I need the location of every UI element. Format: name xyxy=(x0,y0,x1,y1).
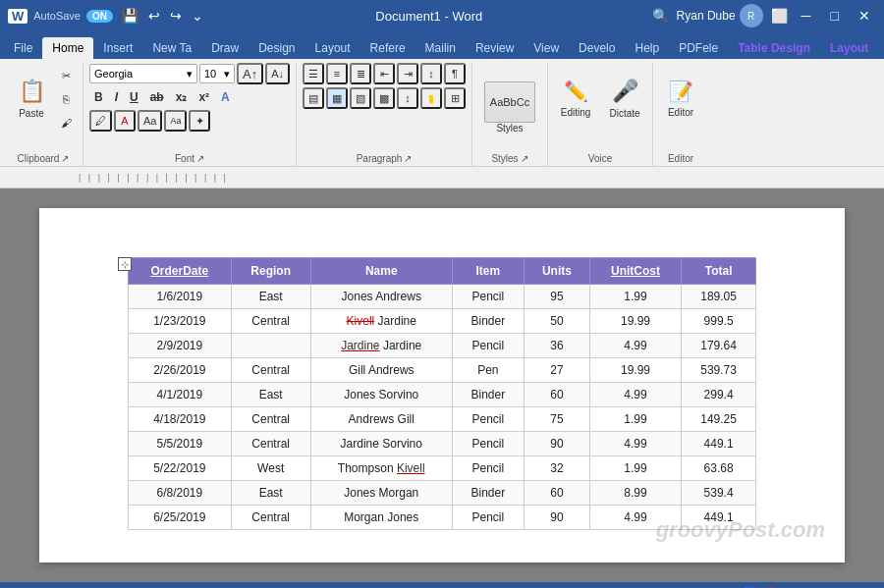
styles-button[interactable]: AaBbCc Styles xyxy=(478,72,541,142)
cell-orderdate: 2/26/2019 xyxy=(129,358,232,383)
maximize-button[interactable]: □ xyxy=(825,8,845,24)
document-area: ⊹ OrderDate Region Name Item Units UnitC… xyxy=(0,188,884,582)
clipboard-content: 📋 Paste ✂ ⎘ 🖌 xyxy=(10,63,77,151)
copy-button[interactable]: ⎘ xyxy=(55,88,77,110)
save-icon[interactable]: 💾 xyxy=(119,8,141,24)
increase-font-button[interactable]: A↑ xyxy=(237,63,263,84)
tab-table-design[interactable]: Table Design xyxy=(728,37,820,59)
tab-new[interactable]: New Ta xyxy=(142,37,201,59)
ruler: | | | | | | | | | | | | | | | | xyxy=(0,167,884,188)
cell-item: Pencil xyxy=(452,334,524,358)
subscript-button[interactable]: x₂ xyxy=(171,87,193,107)
tab-view[interactable]: View xyxy=(524,37,569,59)
user-profile[interactable]: Ryan Dube R xyxy=(677,4,763,27)
cell-item: Pencil xyxy=(452,407,524,432)
quick-access-toolbar: 💾 ↩ ↪ ⌄ xyxy=(119,8,206,24)
show-formatting-button[interactable]: ¶ xyxy=(444,63,466,84)
dictate-button[interactable]: 🎤 Dictate xyxy=(603,63,646,134)
font-size-a1[interactable]: Aa xyxy=(138,110,162,132)
clipboard-col: ✂ ⎘ 🖌 xyxy=(55,63,77,134)
ribbon-tabs: File Home Insert New Ta Draw Design Layo… xyxy=(0,31,884,59)
tab-design[interactable]: Design xyxy=(249,37,304,59)
superscript-button[interactable]: x² xyxy=(193,87,214,107)
cell-region: East xyxy=(231,285,310,309)
font-family-select[interactable]: Georgia ▾ xyxy=(89,64,197,83)
undo-icon[interactable]: ↩ xyxy=(145,8,163,24)
tab-help[interactable]: Help xyxy=(625,37,669,59)
tab-pdfele[interactable]: PDFele xyxy=(669,37,728,59)
clear-formatting-button[interactable]: ✦ xyxy=(189,110,210,132)
cut-button[interactable]: ✂ xyxy=(55,65,77,86)
decrease-indent-button[interactable]: ⇤ xyxy=(373,63,395,84)
border-button[interactable]: ⊞ xyxy=(444,87,466,109)
editing-button[interactable]: ✏️ Editing xyxy=(554,63,597,134)
search-icon[interactable]: 🔍 xyxy=(652,8,669,24)
shading-button[interactable]: ▮ xyxy=(420,87,442,109)
italic-button[interactable]: I xyxy=(110,87,123,107)
font-row-3: 🖊 A Aa Aa ✦ xyxy=(89,110,210,132)
ribbon-display-icon[interactable]: ⬜ xyxy=(771,8,788,24)
clipboard-label: Clipboard ↗ xyxy=(10,151,77,166)
minimize-button[interactable]: ─ xyxy=(796,8,817,24)
cell-region: East xyxy=(231,383,310,407)
tab-insert[interactable]: Insert xyxy=(93,37,142,59)
justify-button[interactable]: ▩ xyxy=(373,87,395,109)
styles-expand-icon[interactable]: ↗ xyxy=(521,153,528,164)
customize-icon[interactable]: ⌄ xyxy=(189,8,206,24)
decrease-font-button[interactable]: A↓ xyxy=(265,63,290,84)
paste-button[interactable]: 📋 Paste xyxy=(10,63,53,134)
tab-review[interactable]: Review xyxy=(466,37,524,59)
bullets-button[interactable]: ☰ xyxy=(303,63,324,84)
bold-button[interactable]: B xyxy=(89,87,108,107)
cell-units: 90 xyxy=(524,506,589,530)
autosave-toggle[interactable]: ON xyxy=(86,10,113,23)
sort-button[interactable]: ↕ xyxy=(420,63,442,84)
align-left-button[interactable]: ▤ xyxy=(303,87,324,109)
highlight-button[interactable]: 🖊 xyxy=(89,110,112,132)
table-row: 5/5/2019 Central Jardine Sorvino Pencil … xyxy=(129,432,756,456)
format-painter-button[interactable]: 🖌 xyxy=(55,112,77,134)
editor-button[interactable]: 📝 Editor xyxy=(659,63,702,134)
strikethrough-button[interactable]: ab xyxy=(145,87,169,107)
align-right-button[interactable]: ▧ xyxy=(350,87,371,109)
strikethrough-text: Kivell xyxy=(347,314,375,328)
multilevel-button[interactable]: ≣ xyxy=(350,63,371,84)
cell-orderdate: 2/9/2019 xyxy=(129,334,232,358)
tab-layout[interactable]: Layout xyxy=(305,37,360,59)
underline-text-2: Kivell xyxy=(397,461,425,475)
tab-home[interactable]: Home xyxy=(42,37,93,59)
align-center-button[interactable]: ▦ xyxy=(326,87,348,109)
font-size-select[interactable]: 10 ▾ xyxy=(199,64,235,83)
font-size-a2[interactable]: Aa xyxy=(164,110,187,132)
cell-name: Jones Morgan xyxy=(310,481,452,506)
paragraph-expand-icon[interactable]: ↗ xyxy=(404,153,412,164)
numbering-button[interactable]: ≡ xyxy=(326,63,348,84)
table-row: 2/26/2019 Central Gill Andrews Pen 27 19… xyxy=(129,358,756,383)
font-expand-icon[interactable]: ↗ xyxy=(196,153,204,164)
tab-mailings[interactable]: Mailin xyxy=(415,37,466,59)
tab-developer[interactable]: Develo xyxy=(569,37,625,59)
clipboard-expand-icon[interactable]: ↗ xyxy=(61,153,69,164)
tab-references[interactable]: Refere xyxy=(360,37,415,59)
text-effects-button[interactable]: A xyxy=(216,87,235,107)
redo-icon[interactable]: ↪ xyxy=(167,8,185,24)
header-item: Item xyxy=(452,258,524,285)
cell-unitcost: 4.99 xyxy=(589,383,681,407)
para-row-2: ▤ ▦ ▧ ▩ ↕ ▮ ⊞ xyxy=(303,87,466,109)
styles-preview: AaBbCc xyxy=(484,81,535,123)
font-color-button[interactable]: A xyxy=(114,110,136,132)
tab-layout2[interactable]: Layout xyxy=(820,37,878,59)
cell-name: Kivell Jardine xyxy=(310,309,452,334)
table-move-handle[interactable]: ⊹ xyxy=(118,257,132,271)
collapse-ribbon-button[interactable]: ⌃ xyxy=(868,4,880,20)
cell-unitcost: 19.99 xyxy=(589,358,681,383)
increase-indent-button[interactable]: ⇥ xyxy=(397,63,418,84)
table-row: 6/8/2019 East Jones Morgan Binder 60 8.9… xyxy=(129,481,756,506)
underline-button[interactable]: U xyxy=(125,87,143,107)
cell-name: Jardine Jardine xyxy=(310,334,452,358)
line-spacing-button[interactable]: ↕ xyxy=(397,87,418,109)
cell-units: 60 xyxy=(524,383,589,407)
cell-region: Central xyxy=(231,407,310,432)
tab-draw[interactable]: Draw xyxy=(201,37,249,59)
tab-file[interactable]: File xyxy=(4,37,42,59)
